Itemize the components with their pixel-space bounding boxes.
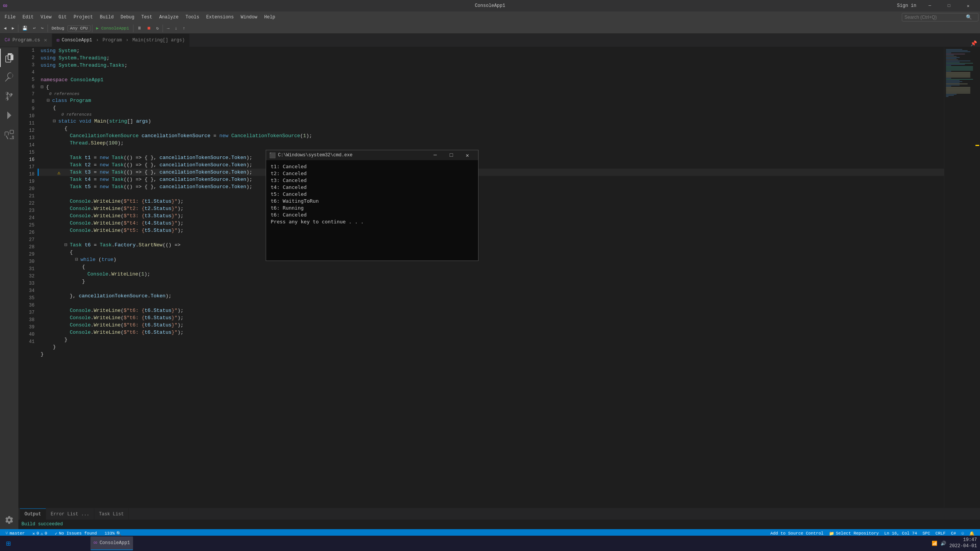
taskbar-right: 📶 🔊 19:47 2022-04-01 [932,537,977,549]
menu-tools[interactable]: Tools [183,13,202,21]
tab-breadcrumb-arrow2: › [126,38,128,43]
menu-test[interactable]: Test [138,13,156,21]
sign-in-button[interactable]: Sign in [894,3,919,8]
output-tab-error-list[interactable]: Error List ... [46,508,94,520]
editor-content: 1 2 3 4 5 6 7 8 9 10 11 12 13 14 15 16 1… [18,47,980,508]
toolbar-restart[interactable]: ↻ [154,25,161,31]
pin-button[interactable]: 📌 [970,40,977,47]
code-line-39: } [38,336,944,343]
line-num-14: 14 [18,142,35,149]
add-source-label: Add to Source Control [770,531,824,536]
search-box[interactable]: 🔍 [902,13,978,21]
toolbar-redo[interactable]: ↪ [39,25,46,31]
search-input[interactable] [904,15,966,20]
taskbar-start[interactable]: ⊞ [3,536,14,550]
cmd-line-4: t4: Canceled [271,184,474,191]
windows-icon: ⊞ [6,539,11,548]
line-num-38: 38 [18,316,35,324]
line-num-12: 12 [18,127,35,134]
code-line-35: Console.WriteLine($"t6: {t6.Status}"); [38,307,944,314]
code-line-41: } [38,351,944,358]
menu-file[interactable]: File [2,13,19,21]
maximize-button[interactable]: □ [940,0,958,11]
zoom-label: 133% [105,531,115,536]
code-line-29: { [38,263,944,271]
code-line-32 [38,285,944,292]
menu-extensions[interactable]: Extensions [203,13,237,21]
tab-program-cs[interactable]: C# Program.cs ✕ [0,34,52,47]
menu-project[interactable]: Project [71,13,96,21]
toolbar-step-out[interactable]: ↑ [180,25,187,31]
menu-build[interactable]: Build [97,13,117,21]
code-line-4 [38,69,944,76]
toolbar-step-in[interactable]: ↓ [173,25,180,31]
toolbar-undo[interactable]: ↩ [31,25,38,31]
main-layout: 1 2 3 4 5 6 7 8 9 10 11 12 13 14 15 16 1… [0,47,980,529]
cmd-line-1: t1: Canceled [271,163,474,170]
debug-config[interactable]: Debug [49,25,67,31]
code-line-16: ⚠ Task t3 = new Task(() => { }, cancella… [38,169,944,176]
line-num-5: 5 [18,76,35,84]
taskbar-volume-icon: 🔊 [941,541,946,546]
menu-view[interactable]: View [38,13,55,21]
menu-window[interactable]: Window [238,13,260,21]
code-line-15: Task t2 = new Task(() => { }, cancellati… [38,161,944,169]
menu-help[interactable]: Help [261,13,278,21]
tab-label: Program.cs [12,38,40,43]
toolbar: ◀ ▶ 💾 ↩ ↪ Debug Any CPU ▶ ConsoleApp1 ⏸ … [0,23,980,34]
activity-extensions[interactable] [0,125,18,144]
tab-close[interactable]: ✕ [44,37,47,43]
activity-settings[interactable] [0,511,18,529]
cmd-maximize-button[interactable]: □ [444,150,459,160]
start-button[interactable]: ▶ ConsoleApp1 [94,25,132,31]
menu-debug[interactable]: Debug [117,13,137,21]
line-num-26: 26 [18,229,35,236]
tab-right-controls: 📌 [967,40,980,47]
select-repo-label: Select Repository [836,531,879,536]
output-tab-output[interactable]: Output [20,508,46,520]
code-line-34 [38,300,944,307]
toolbar-sep-5 [163,25,163,32]
line-num-21: 21 [18,193,35,200]
line-num-31: 31 [18,266,35,273]
zoom-icon: 🔍 [116,531,122,536]
line-num-13: 13 [18,134,35,142]
activity-git[interactable] [0,87,18,105]
line-num-19: 19 [18,178,35,185]
code-line-6: ⊟{ [38,84,944,91]
output-tab-task-list[interactable]: Task List [94,508,129,520]
tab-breadcrumb-program: Program [103,38,122,43]
line-num-37: 37 [18,309,35,316]
toolbar-stop[interactable]: ⏹ [145,25,153,31]
cmd-line-3: t3: Canceled [271,177,474,184]
cmd-minimize-button[interactable]: ─ [428,150,443,160]
toolbar-attach[interactable]: ⏸ [135,25,144,31]
platform-select[interactable]: Any CPU [67,25,90,31]
menu-git[interactable]: Git [55,13,70,21]
code-line-14: Task t1 = new Task(() => { }, cancellati… [38,154,944,161]
line-num-4: 4 [18,69,35,76]
line-num-2: 2 [18,54,35,62]
toolbar-save[interactable]: 💾 [20,25,30,31]
error-count: 0 [36,531,39,536]
close-button[interactable]: ✕ [959,0,977,11]
code-area[interactable]: using System; using System.Threading; us… [38,47,944,508]
line-numbers: 1 2 3 4 5 6 7 8 9 10 11 12 13 14 15 16 1… [18,47,38,508]
minimize-button[interactable]: ─ [921,0,939,11]
line-num-39: 39 [18,324,35,331]
taskbar-vs[interactable]: ∞ ConsoleApp1 [90,536,133,550]
toolbar-forward[interactable]: ▶ [10,25,17,31]
menu-edit[interactable]: Edit [20,13,37,21]
code-line-17: Task t4 = new Task(() => { }, cancellati… [38,176,944,183]
cmd-window: ⬛ C:\Windows\system32\cmd.exe ─ □ ✕ t1: … [266,150,478,261]
activity-run[interactable] [0,106,18,125]
toolbar-step-over[interactable]: → [164,25,172,31]
tab-consoleapp1[interactable]: ⊡ ConsoleApp1 › Program › Main(string[] … [52,34,190,47]
code-line-10: { [38,125,944,132]
cmd-close-button[interactable]: ✕ [460,150,475,160]
activity-search[interactable] [0,68,18,86]
activity-explorer[interactable] [0,49,18,67]
menu-bar: File Edit View Git Project Build Debug T… [0,11,980,23]
menu-analyze[interactable]: Analyze [156,13,181,21]
toolbar-back[interactable]: ◀ [2,25,9,31]
